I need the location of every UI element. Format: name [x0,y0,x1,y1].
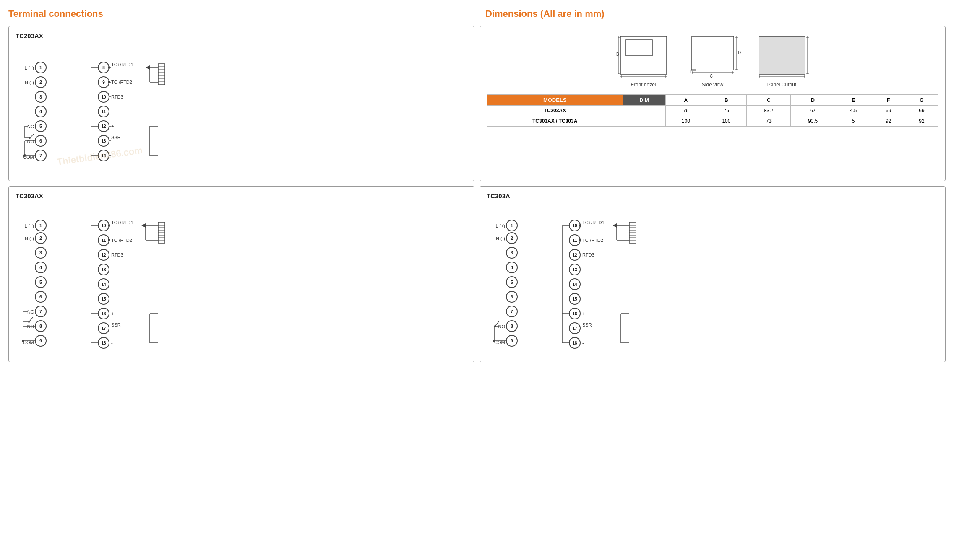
svg-text:6: 6 [39,294,42,299]
svg-text:RTD3: RTD3 [111,94,123,99]
svg-text:9: 9 [39,338,42,343]
svg-text:14: 14 [101,282,106,287]
svg-text:-: - [111,340,113,345]
svg-text:17: 17 [572,326,577,331]
tc303ax-title: TC303AX [16,192,467,200]
col-e: E [835,95,872,106]
svg-text:C: C [710,74,713,78]
dim-header: DIM [623,95,666,106]
side-view-label: Side view [702,82,723,88]
svg-text:NO: NO [27,324,34,329]
svg-text:NO: NO [27,139,34,144]
svg-text:18: 18 [572,341,577,345]
panel-cutout-label: Panel Cutout [767,82,796,88]
svg-text:4: 4 [511,265,513,270]
col-d: D [791,95,835,106]
front-bezel-svg: B A [616,32,671,78]
svg-text:TC-/RTD2: TC-/RTD2 [111,80,132,85]
svg-text:3: 3 [511,250,513,255]
tc303a-panel: TC303A L (+) 1 N (-) 2 3 4 5 6 7 [480,186,946,362]
front-bezel-drawing: B A Front bezel [616,32,671,88]
tc203ax-title: TC203AX [16,32,467,39]
svg-text:L (+): L (+) [24,223,34,228]
svg-text:11: 11 [101,238,106,243]
side-view-drawing: D E C Side view [683,32,742,88]
svg-text:16: 16 [101,311,106,316]
svg-text:3: 3 [39,250,42,255]
svg-text:TC-/RTD2: TC-/RTD2 [582,238,603,243]
svg-text:TC+/RTD1: TC+/RTD1 [111,220,133,225]
dimensions-table: MODELS DIM A B C D E F G TC203AX 76 76 [487,94,938,127]
svg-text:2: 2 [511,236,513,241]
page-title-row: Terminal connections Dimensions (All are… [8,8,946,19]
svg-line-132 [29,317,33,322]
side-view-svg: D E C [683,32,742,78]
col-a: A [666,95,706,106]
svg-text:SSR: SSR [582,322,592,327]
main-grid: TC203AX L (+) 1 N (-) 2 3 4 NC 5 NO [8,26,946,362]
models-header: MODELS [487,95,623,106]
svg-point-238 [579,224,581,227]
svg-text:10: 10 [572,223,577,228]
svg-text:SSR: SSR [111,322,121,327]
model-tc303ax: TC303AX / TC303A [487,116,623,127]
svg-text:L (+): L (+) [24,65,34,70]
svg-text:6: 6 [39,138,42,143]
svg-text:1: 1 [511,223,513,228]
svg-rect-85 [692,36,734,70]
svg-text:2: 2 [39,236,42,241]
svg-text:N (-): N (-) [496,236,505,241]
svg-text:10: 10 [101,223,106,228]
svg-point-166 [108,239,110,241]
col-c: C [747,95,791,106]
svg-text:7: 7 [39,309,42,314]
svg-text:13: 13 [572,267,577,272]
dimensions-panel: B A Front bezel D [480,26,946,181]
svg-point-55 [108,81,110,83]
svg-text:B: B [616,52,619,57]
svg-text:G: G [779,78,783,78]
svg-line-20 [30,134,34,138]
svg-marker-66 [146,65,150,70]
svg-point-54 [108,66,110,69]
svg-text:7: 7 [39,153,42,158]
panel-cutout-drawing: F G Panel Cutout [755,32,809,88]
svg-text:TC+/RTD1: TC+/RTD1 [111,62,133,67]
svg-point-27 [23,154,26,157]
svg-text:14: 14 [572,282,577,287]
svg-point-209 [493,340,495,342]
tc203ax-svg: L (+) 1 N (-) 2 3 4 NC 5 NO 6 [16,44,192,174]
svg-text:NC: NC [27,124,34,129]
col-b: B [706,95,747,106]
svg-text:3: 3 [39,94,42,99]
svg-text:15: 15 [572,297,577,301]
tc203ax-panel: TC203AX L (+) 1 N (-) 2 3 4 NC 5 NO [8,26,474,181]
table-row-tc303ax: TC303AX / TC303A 100 100 73 90.5 5 92 92 [487,116,938,127]
svg-text:4: 4 [39,265,42,270]
svg-text:9: 9 [511,338,513,343]
svg-text:-: - [582,340,584,345]
svg-point-165 [108,224,110,227]
svg-text:13: 13 [101,139,106,143]
svg-text:6: 6 [511,294,513,299]
svg-point-136 [22,340,24,342]
svg-text:TC+/RTD1: TC+/RTD1 [582,220,605,225]
tc303a-svg: L (+) 1 N (-) 2 3 4 5 6 7 NO 8 [487,204,663,355]
svg-text:SSR: SSR [111,135,121,140]
svg-text:13: 13 [101,267,106,272]
svg-text:A: A [641,78,644,78]
svg-rect-75 [620,36,667,74]
svg-text:+: + [582,311,585,316]
svg-rect-96 [759,36,805,74]
table-row-tc203ax: TC203AX 76 76 83.7 67 4.5 69 69 [487,106,938,116]
svg-text:8: 8 [39,324,42,329]
svg-text:18: 18 [101,341,106,345]
svg-text:Thietbidien286.com: Thietbidien286.com [56,145,143,167]
svg-text:12: 12 [101,253,106,257]
svg-text:16: 16 [572,311,577,316]
left-section-title: Terminal connections [8,8,103,19]
svg-text:7: 7 [511,309,513,314]
svg-text:NC: NC [27,309,34,314]
svg-text:5: 5 [511,280,513,285]
svg-text:+: + [111,124,114,129]
